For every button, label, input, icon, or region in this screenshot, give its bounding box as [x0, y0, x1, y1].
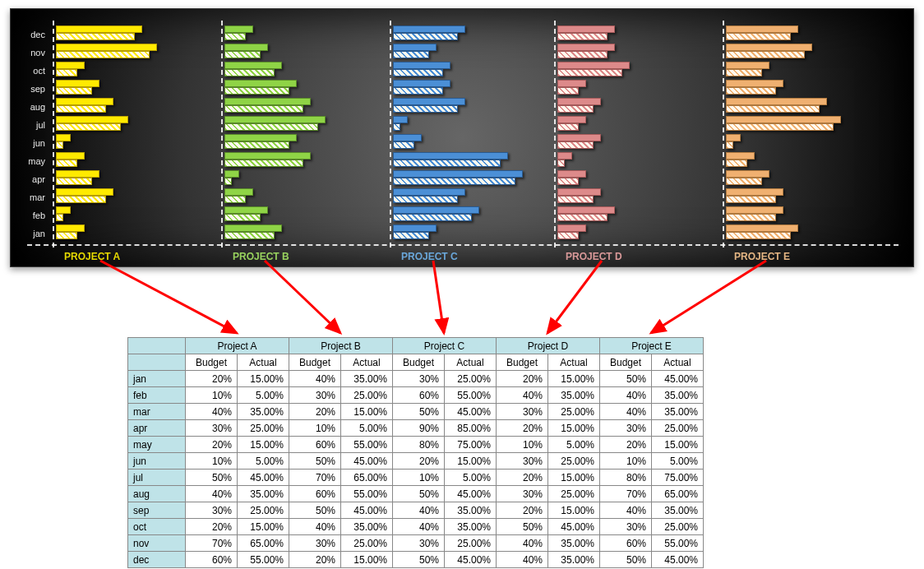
chart-bar-budget [557, 116, 586, 123]
chart-bar-budget [56, 116, 128, 123]
table-month-cell: jul [128, 470, 186, 486]
chart-bar-pair [726, 116, 870, 134]
table-actual-cell: 15.00% [548, 502, 600, 519]
table-month-cell: sep [128, 502, 186, 519]
table-actual-cell: 25.00% [652, 519, 704, 535]
chart-y-axis [723, 21, 724, 247]
chart-bar-actual [726, 105, 820, 113]
table-month-cell: mar [128, 404, 186, 420]
annotation-arrow [100, 261, 237, 333]
table-budget-cell: 30% [186, 420, 238, 437]
table-actual-cell: 35.00% [445, 502, 497, 519]
chart-bar-pair [224, 116, 368, 134]
chart-bar-pair [557, 206, 701, 224]
table-budget-cell: 40% [497, 552, 548, 568]
chart-bar-budget [56, 224, 85, 232]
table-budget-cell: 10% [393, 470, 445, 486]
chart-bar-actual [557, 105, 594, 113]
chart-bar-pair [393, 98, 537, 116]
table-budget-cell: 30% [600, 519, 652, 535]
chart-panel: decnovoctsepaugjuljunmayaprmarfebjan PRO… [10, 8, 914, 267]
chart-bar-actual [393, 87, 443, 95]
chart-bar-pair [56, 188, 200, 206]
table-budget-cell: 70% [289, 470, 341, 486]
table-actual-cell: 15.00% [445, 453, 497, 470]
chart-bar-budget [224, 224, 282, 232]
table-actual-cell: 15.00% [548, 470, 600, 486]
chart-bar-budget [557, 188, 601, 196]
chart-bar-budget [224, 116, 326, 123]
table-col-actual: Actual [548, 354, 600, 371]
table-actual-cell: 25.00% [341, 535, 393, 552]
table-actual-cell: 55.00% [238, 552, 289, 568]
chart-bar-actual [224, 214, 261, 221]
table-actual-cell: 65.00% [341, 470, 393, 486]
table-actual-cell: 5.00% [652, 453, 704, 470]
table-budget-cell: 50% [393, 552, 445, 568]
chart-bar-budget [393, 44, 437, 51]
table-actual-cell: 55.00% [341, 437, 393, 453]
chart-bar-actual [726, 87, 776, 95]
chart-bar-budget [393, 98, 465, 105]
table-row: jul50%45.00%70%65.00%10%5.00%20%15.00%80… [128, 470, 704, 486]
table-actual-cell: 85.00% [445, 420, 497, 437]
chart-bar-budget [557, 44, 615, 51]
table-budget-cell: 60% [289, 486, 341, 502]
table-budget-cell: 20% [289, 552, 341, 568]
chart-group [56, 25, 200, 243]
table-project-header: Project C [393, 338, 497, 354]
table-col-actual: Actual [445, 354, 497, 371]
table-col-actual: Actual [341, 354, 393, 371]
table-budget-cell: 50% [289, 502, 341, 519]
table-actual-cell: 35.00% [652, 404, 704, 420]
chart-bar-actual [56, 214, 63, 221]
table-budget-cell: 20% [497, 470, 548, 486]
chart-y-tick: dec [16, 25, 50, 44]
table-actual-cell: 15.00% [238, 437, 289, 453]
chart-bar-pair [557, 80, 701, 98]
table-actual-cell: 35.00% [652, 502, 704, 519]
chart-bar-actual [224, 232, 275, 239]
table-project-header: Project A [186, 338, 289, 354]
chart-y-tick-labels: decnovoctsepaugjuljunmayaprmarfebjan [16, 25, 50, 243]
chart-bar-budget [557, 98, 601, 105]
table-month-cell: dec [128, 552, 186, 568]
chart-bar-actual [393, 105, 458, 113]
table-budget-cell: 50% [600, 371, 652, 387]
chart-bar-pair [393, 116, 537, 134]
table-budget-cell: 50% [393, 486, 445, 502]
table-budget-cell: 40% [393, 519, 445, 535]
chart-bar-actual [557, 123, 579, 131]
chart-bar-actual [56, 87, 92, 95]
chart-bar-actual [56, 51, 150, 58]
table-actual-cell: 15.00% [341, 404, 393, 420]
table-actual-cell: 65.00% [238, 535, 289, 552]
chart-bar-actual [224, 141, 289, 149]
table-actual-cell: 25.00% [548, 453, 600, 470]
table-actual-cell: 55.00% [445, 387, 497, 404]
chart-y-tick: feb [16, 206, 50, 224]
data-table: Project AProject BProject CProject DProj… [127, 337, 704, 568]
chart-bar-actual [224, 178, 232, 185]
table-budget-cell: 60% [393, 387, 445, 404]
table-actual-cell: 25.00% [652, 420, 704, 437]
chart-bar-actual [726, 69, 762, 76]
chart-bar-budget [726, 44, 812, 51]
table-budget-cell: 40% [186, 486, 238, 502]
table-budget-cell: 40% [600, 502, 652, 519]
chart-y-tick: jan [16, 224, 50, 243]
table-budget-cell: 20% [186, 371, 238, 387]
chart-bar-budget [56, 170, 99, 178]
chart-bar-actual [726, 123, 834, 131]
chart-bar-budget [56, 134, 71, 141]
table-budget-cell: 10% [497, 437, 548, 453]
table-budget-cell: 30% [497, 453, 548, 470]
chart-bar-actual [393, 141, 414, 149]
chart-bar-pair [393, 152, 537, 170]
chart-bar-budget [224, 152, 311, 160]
table-budget-cell: 20% [186, 519, 238, 535]
chart-bar-actual [726, 160, 747, 167]
chart-bar-actual [224, 51, 261, 58]
chart-bar-pair [393, 188, 537, 206]
table-row: aug40%35.00%60%55.00%50%45.00%30%25.00%7… [128, 486, 704, 502]
